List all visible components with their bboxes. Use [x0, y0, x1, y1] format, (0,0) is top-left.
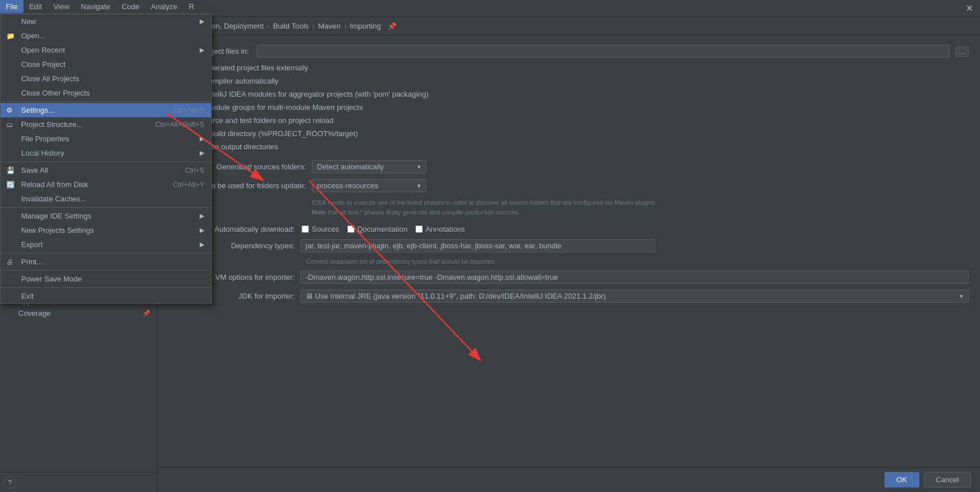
separator5: [1, 270, 211, 271]
phase-update-select[interactable]: process-resources generate-sources initi…: [312, 179, 426, 192]
sources-checkbox[interactable]: [301, 225, 309, 233]
menubar-code[interactable]: Code: [116, 0, 145, 13]
vm-options-row: VM options for importer:: [169, 271, 969, 284]
breadcrumb-sep1: ›: [267, 22, 269, 30]
documentation-label: Documentation: [358, 225, 407, 233]
menu-power-save[interactable]: Power Save Mode: [1, 272, 211, 286]
help-button[interactable]: ?: [3, 476, 16, 489]
keep-project-row: Keep project files in: ...: [169, 45, 969, 58]
save-icon: 💾: [6, 166, 15, 174]
menu-open-recent-label: Open Recent: [21, 46, 65, 54]
jdk-importer-row: JDK for importer: 🖥 Use Internal JRE (ja…: [169, 289, 969, 303]
menu-project-structure[interactable]: 🗂 Project Structure... Ctrl+Alt+Shift+S: [1, 117, 211, 132]
menu-manage-ide-label: Manage IDE Settings: [21, 212, 92, 220]
print-icon: 🖨: [6, 258, 13, 266]
separator4: [1, 253, 211, 253]
keep-project-input[interactable]: [257, 45, 950, 58]
menu-close-all[interactable]: Close All Projects: [1, 72, 211, 86]
generated-sources-row: Generated sources folders: Detect automa…: [169, 160, 969, 173]
settings-icon-menu: ⚙: [6, 106, 13, 114]
open-icon: 📁: [6, 32, 15, 40]
dependency-types-hint: Comma separated list of dependency types…: [306, 258, 969, 265]
menu-new-projects-label: New Projects Settings: [21, 226, 94, 235]
separator2: [1, 161, 211, 162]
breadcrumb-sep2: ›: [312, 22, 315, 30]
menu-close-project[interactable]: Close Project: [1, 57, 211, 72]
menu-close-other[interactable]: Close Other Projects: [1, 86, 211, 100]
cancel-button[interactable]: Cancel: [924, 472, 971, 487]
menubar-file[interactable]: File: [0, 0, 23, 13]
menu-reload-disk[interactable]: 🔄 Reload All from Disk Ctrl+Alt+Y: [1, 177, 211, 192]
breadcrumb-part3: Maven: [318, 22, 340, 30]
menu-new[interactable]: New ▶: [1, 14, 211, 29]
breadcrumb-part2: Build Tools: [273, 22, 309, 30]
phase-hint: IDEA needs to execute one of the listed …: [312, 198, 969, 217]
keep-source-row: Keep source and test folders on project …: [169, 116, 969, 125]
documentation-checkbox[interactable]: [347, 225, 355, 233]
settings-shortcut: Ctrl+Alt+S: [173, 106, 204, 114]
auto-download-checkboxes: Sources Documentation Annotations: [301, 225, 465, 233]
menu-exit[interactable]: Exit: [1, 289, 211, 303]
create-idea-row: Create IntelliJ IDEA modules for aggrega…: [169, 90, 969, 98]
auto-dl-documentation: Documentation: [347, 225, 407, 233]
menu-open[interactable]: 📁 Open...: [1, 29, 211, 43]
menubar-edit[interactable]: Edit: [23, 0, 47, 13]
menu-file-properties[interactable]: File Properties ▶: [1, 132, 211, 146]
menu-manage-ide[interactable]: Manage IDE Settings ▶: [1, 209, 211, 223]
breadcrumb-part4: Importing: [350, 22, 381, 30]
menu-bar: File Edit View Navigate Code Analyze R: [0, 0, 212, 14]
generated-sources-select[interactable]: Detect automatically Maven subdirectory …: [312, 160, 426, 173]
menu-file-properties-label: File Properties: [21, 134, 69, 143]
separator1: [1, 101, 211, 102]
project-structure-shortcut: Ctrl+Alt+Shift+S: [155, 121, 204, 129]
phase-update-row: Phase to be used for folders update: pro…: [169, 179, 969, 192]
menu-save-all[interactable]: 💾 Save All Ctrl+S: [1, 163, 211, 177]
close-button[interactable]: ✕: [966, 4, 973, 13]
exclude-build-row: Exclude build directory (%PROJECT_ROOT%/…: [169, 129, 969, 138]
breadcrumb-bar: Build, Execution, Deployment › Build Too…: [157, 17, 980, 35]
export-arrow: ▶: [200, 241, 204, 248]
breadcrumb-sep3: ›: [344, 22, 346, 30]
breadcrumb-pin: 📌: [388, 22, 396, 30]
new-arrow: ▶: [200, 18, 204, 25]
menu-close-all-label: Close All Projects: [21, 74, 79, 83]
menu-invalidate-label: Invalidate Caches...: [21, 195, 86, 203]
detect-compiler-row: Detect compiler automatically: [169, 77, 969, 85]
menubar-analyze[interactable]: Analyze: [145, 0, 183, 13]
menu-print[interactable]: 🖨 Print...: [1, 255, 211, 269]
menu-close-other-label: Close Other Projects: [21, 89, 90, 97]
menu-project-structure-label: Project Structure...: [21, 120, 83, 129]
use-maven-output-row: Use Maven output directories: [169, 142, 969, 151]
pin-icon-coverage: 📌: [143, 310, 150, 316]
tree-item-coverage[interactable]: Coverage 📌: [0, 307, 157, 319]
menubar-r[interactable]: R: [183, 0, 200, 13]
auto-dl-annotations: Annotations: [415, 225, 465, 233]
create-idea-label: Create IntelliJ IDEA modules for aggrega…: [181, 90, 428, 98]
menu-invalidate[interactable]: Invalidate Caches...: [1, 192, 211, 206]
dependency-types-input[interactable]: [300, 239, 655, 252]
jdk-importer-select[interactable]: 🖥 Use Internal JRE (java version "11.0.1…: [300, 289, 969, 303]
settings-right-panel: Build, Execution, Deployment › Build Too…: [157, 17, 980, 492]
annotations-checkbox[interactable]: [415, 225, 423, 233]
menu-settings[interactable]: ⚙ Settings... Ctrl+Alt+S: [1, 103, 211, 117]
ok-button[interactable]: OK: [884, 472, 919, 487]
vm-options-input[interactable]: [300, 271, 969, 284]
new-projects-arrow: ▶: [200, 227, 204, 234]
menu-open-recent[interactable]: Open Recent ▶: [1, 43, 211, 57]
menu-new-projects-settings[interactable]: New Projects Settings ▶: [1, 223, 211, 237]
save-all-shortcut: Ctrl+S: [185, 166, 204, 174]
project-structure-icon: 🗂: [6, 121, 13, 129]
keep-project-browse[interactable]: ...: [955, 46, 969, 57]
menu-open-label: Open...: [21, 31, 46, 40]
manage-ide-arrow: ▶: [200, 212, 204, 220]
reload-icon: 🔄: [6, 181, 15, 189]
reload-shortcut: Ctrl+Alt+Y: [173, 181, 204, 189]
menubar-navigate[interactable]: Navigate: [75, 0, 116, 13]
menu-exit-label: Exit: [21, 292, 34, 300]
menubar-view[interactable]: View: [47, 0, 75, 13]
menu-local-history[interactable]: Local History ▶: [1, 146, 211, 160]
menu-export-label: Export: [21, 240, 43, 249]
separator3: [1, 207, 211, 208]
menu-export[interactable]: Export ▶: [1, 237, 211, 252]
create-module-groups-row: Create module groups for multi-module Ma…: [169, 103, 969, 112]
